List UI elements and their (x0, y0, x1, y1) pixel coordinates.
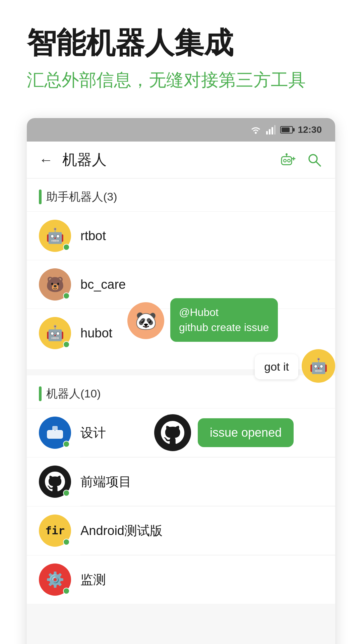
svg-rect-3 (272, 127, 273, 135)
svg-line-13 (316, 162, 320, 166)
section-bots-header: 机器人(10) (27, 375, 335, 408)
bot-item-rtbot[interactable]: 🤖 rtbot (27, 211, 335, 260)
svg-point-9 (286, 153, 288, 155)
bot-name-rtbot: rtbot (80, 229, 106, 243)
chat-scene-hubot: 🐼 @Hubotgithub create issue got it 🤖 (121, 296, 335, 383)
status-bar: 12:30 (27, 118, 335, 142)
status-icons: 12:30 (250, 124, 322, 135)
page-header: 智能机器人集成 汇总外部信息，无缝对接第三方工具 (0, 0, 362, 105)
svg-rect-15 (52, 426, 58, 431)
svg-point-0 (255, 132, 257, 134)
svg-point-7 (288, 159, 290, 162)
svg-rect-4 (274, 125, 276, 135)
status-dot-sheji (63, 441, 70, 447)
bot-item-frontend[interactable]: 前端项目 (27, 457, 335, 506)
svg-rect-14 (47, 430, 63, 439)
section-indicator-bots (39, 386, 42, 401)
bot-item-hubot[interactable]: 🤖 hubot 🐼 @Hubotgithub create issue got … (27, 309, 335, 369)
bot-item-android[interactable]: fir Android测试版 (27, 506, 335, 555)
bot-name-frontend: 前端项目 (80, 473, 131, 490)
section-assistant-title: 助手机器人(3) (46, 189, 117, 205)
section-bots-title: 机器人(10) (46, 386, 101, 401)
status-dot-frontend (63, 490, 70, 496)
bot-name-sheji: 设计 (80, 424, 106, 441)
status-dot-jiankong (63, 588, 70, 594)
section-bots: 机器人(10) 设计 (27, 375, 335, 604)
section-indicator-assistant (39, 190, 42, 204)
bot-name-android: Android测试版 (80, 522, 163, 539)
avatar-sheji (39, 417, 71, 449)
app-bar-title: 机器人 (62, 150, 279, 170)
add-robot-icon[interactable] (279, 151, 296, 169)
chat-bubble-issue-opened: issue opened (198, 418, 294, 447)
status-dot-rtbot (63, 244, 70, 251)
status-dot-bccare (63, 292, 70, 299)
sub-title: 汇总外部信息，无缝对接第三方工具 (27, 69, 335, 92)
bot-name-bccare: bc_care (80, 277, 126, 292)
avatar-bccare: 🐻 (39, 268, 71, 301)
section-assistant: 助手机器人(3) 🤖 rtbot 🐻 bc_care (27, 178, 335, 369)
svg-point-6 (284, 159, 286, 162)
chat-scene-issue: issue opened (154, 414, 335, 451)
main-title: 智能机器人集成 (27, 27, 335, 59)
status-time: 12:30 (298, 124, 322, 135)
bot-name-hubot: hubot (80, 326, 112, 340)
wifi-icon (250, 125, 261, 135)
app-bar: ← 机器人 (27, 142, 335, 178)
status-dot-hubot (63, 341, 70, 348)
bot-name-jiankong: 监测 (80, 571, 106, 588)
avatar-android: fir (39, 515, 71, 547)
app-bar-actions (279, 151, 323, 169)
avatar-frontend (39, 466, 71, 498)
status-dot-android (63, 539, 70, 545)
bot-item-bccare[interactable]: 🐻 bc_care (27, 260, 335, 309)
bot-item-sheji[interactable]: 设计 issue opened (27, 408, 335, 457)
section-assistant-header: 助手机器人(3) (27, 178, 335, 211)
signal-icon (266, 125, 276, 135)
phone-mockup: 12:30 ← 机器人 (27, 118, 335, 644)
battery-icon (280, 126, 293, 133)
chat-github-avatar (154, 414, 191, 451)
content-area: 助手机器人(3) 🤖 rtbot 🐻 bc_care (27, 178, 335, 644)
svg-rect-1 (266, 131, 268, 135)
avatar-jiankong: ⚙️ (39, 564, 71, 596)
avatar-rtbot: 🤖 (39, 220, 71, 252)
back-button[interactable]: ← (39, 152, 53, 168)
bot-item-jiankong[interactable]: ⚙️ 监测 (27, 555, 335, 604)
search-icon[interactable] (306, 151, 323, 169)
avatar-hubot: 🤖 (39, 317, 71, 349)
svg-rect-2 (269, 129, 270, 135)
